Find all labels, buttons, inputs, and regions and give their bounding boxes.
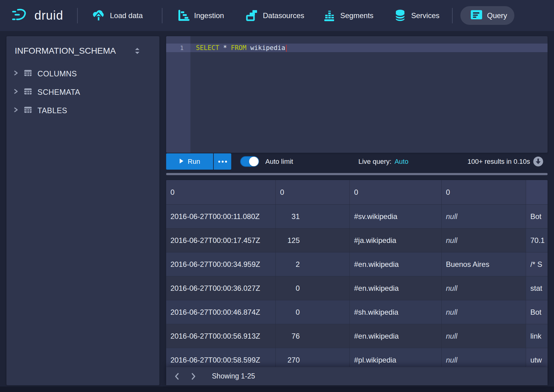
table-grid-icon bbox=[24, 69, 32, 79]
nav-item-label: Load data bbox=[110, 11, 143, 20]
console-icon bbox=[470, 8, 483, 23]
cell-time: 2016-06-27T00:00:46.874Z bbox=[166, 300, 276, 324]
schema-item-label: TABLES bbox=[37, 106, 67, 115]
table-row[interactable]: 2016-06-27T00:00:56.913Z 76 #en.wikipedi… bbox=[166, 324, 548, 348]
live-query-label: Live query: bbox=[358, 158, 392, 165]
nav-item-load-data[interactable]: Load data bbox=[92, 0, 143, 31]
cell-comment: Bot bbox=[526, 300, 548, 324]
column-header[interactable] bbox=[526, 180, 548, 205]
nav-item-ingestion[interactable]: Ingestion bbox=[177, 0, 224, 31]
double-caret-vertical-icon[interactable] bbox=[134, 47, 140, 56]
cell-added: 31 bbox=[276, 205, 350, 229]
schema-item-label: COLUMNS bbox=[37, 69, 77, 78]
cell-channel: #en.wikipedia bbox=[350, 276, 442, 300]
chevron-right-icon bbox=[14, 70, 18, 77]
table-body: 2016-06-27T00:00:11.080Z 31 #sv.wikipedi… bbox=[166, 205, 548, 372]
run-label: Run bbox=[188, 158, 200, 166]
database-icon bbox=[393, 9, 407, 23]
cell-comment: Bot bbox=[526, 205, 548, 229]
cell-comment: /* S bbox=[526, 252, 548, 276]
top-nav: druid Load data bbox=[0, 0, 554, 31]
druid-logo[interactable]: druid bbox=[12, 0, 63, 31]
column-header[interactable]: 0 bbox=[166, 180, 276, 205]
run-button[interactable]: Run bbox=[166, 153, 213, 170]
table-row[interactable]: 2016-06-27T00:00:36.027Z 0 #en.wikipedia… bbox=[166, 276, 548, 300]
sql-text: SELECT * FROM wikipedia bbox=[190, 44, 287, 52]
nav-item-label: Query bbox=[487, 11, 507, 20]
line-number: 1 bbox=[166, 44, 190, 52]
table-row[interactable]: 2016-06-27T00:00:46.874Z 0 #sh.wikipedia… bbox=[166, 300, 548, 324]
schema-item-label: SCHEMATA bbox=[37, 88, 80, 97]
nav-item-datasources[interactable]: Datasources bbox=[245, 0, 304, 31]
column-header[interactable]: 0 bbox=[276, 180, 350, 205]
cell-added: 0 bbox=[276, 276, 350, 300]
cell-comment: 70.1 bbox=[526, 229, 548, 252]
cell-cityname: null bbox=[442, 229, 526, 252]
cell-channel: #ja.wikipedia bbox=[350, 229, 442, 252]
results-table: 0000 2016-06-27T00:00:11.080Z 31 #sv.wik… bbox=[166, 180, 548, 385]
chevron-right-icon bbox=[14, 89, 18, 95]
window-bottom-edge bbox=[0, 386, 554, 392]
stacked-rectangles-icon bbox=[245, 9, 259, 22]
schema-tree-item[interactable]: TABLES bbox=[6, 101, 159, 120]
schema-header: INFORMATION_SCHEMA bbox=[6, 36, 159, 64]
table-row[interactable]: 2016-06-27T00:00:17.457Z 125 #ja.wikiped… bbox=[166, 229, 548, 252]
cell-time: 2016-06-27T00:00:56.913Z bbox=[166, 324, 276, 348]
table-grid-icon bbox=[24, 87, 32, 97]
pagination-footer: Showing 1-25 bbox=[166, 367, 548, 385]
table-header-row: 0000 bbox=[166, 180, 548, 205]
auto-limit-label: Auto limit bbox=[265, 153, 293, 170]
schema-sidebar: INFORMATION_SCHEMA bbox=[6, 36, 159, 385]
chevron-right-icon bbox=[14, 107, 18, 114]
bar-chart-icon bbox=[322, 9, 336, 22]
panel-splitter[interactable] bbox=[166, 173, 548, 175]
nav-item-segments[interactable]: Segments bbox=[322, 0, 373, 31]
schema-list: COLUMNS bbox=[6, 64, 159, 120]
cell-channel: #sh.wikipedia bbox=[350, 300, 442, 324]
nav-item-label: Segments bbox=[340, 11, 373, 20]
nav-divider bbox=[77, 8, 78, 23]
cell-added: 76 bbox=[276, 324, 350, 348]
cell-cityname: null bbox=[442, 205, 526, 229]
schema-tree-item[interactable]: SCHEMATA bbox=[6, 83, 159, 101]
cell-added: 0 bbox=[276, 300, 350, 324]
editor-gutter bbox=[166, 36, 190, 153]
text-cursor bbox=[286, 45, 287, 52]
table-grid-icon bbox=[24, 106, 32, 115]
run-more-button[interactable] bbox=[214, 153, 231, 170]
cell-time: 2016-06-27T00:00:34.959Z bbox=[166, 252, 276, 276]
table-row[interactable]: 2016-06-27T00:00:11.080Z 31 #sv.wikipedi… bbox=[166, 205, 548, 229]
column-header[interactable]: 0 bbox=[350, 180, 442, 205]
cell-comment: link bbox=[526, 324, 548, 348]
more-dots-icon bbox=[218, 159, 227, 164]
cell-channel: #en.wikipedia bbox=[350, 252, 442, 276]
toggle-knob bbox=[249, 157, 259, 166]
nav-item-query-active[interactable]: Query bbox=[460, 6, 514, 25]
sql-editor[interactable]: 1 SELECT * FROM wikipedia bbox=[166, 36, 548, 153]
nav-item-label: Ingestion bbox=[194, 11, 224, 20]
cell-time: 2016-06-27T00:00:36.027Z bbox=[166, 276, 276, 300]
gantt-chart-icon bbox=[177, 9, 190, 22]
auto-limit-toggle[interactable] bbox=[240, 156, 259, 167]
cell-comment: stat bbox=[526, 276, 548, 300]
next-page-button[interactable] bbox=[187, 370, 200, 382]
nav-divider bbox=[452, 8, 453, 23]
cell-added: 2 bbox=[276, 252, 350, 276]
live-query-value[interactable]: Auto bbox=[395, 158, 408, 165]
sql-keyword: SELECT bbox=[196, 44, 219, 52]
upload-cloud-icon bbox=[92, 9, 106, 23]
cell-channel: #sv.wikipedia bbox=[350, 205, 442, 229]
cell-cityname: null bbox=[442, 276, 526, 300]
nav-item-services[interactable]: Services bbox=[393, 0, 439, 31]
results-info: 100+ results in 0.10s bbox=[467, 153, 530, 170]
nav-item-label: Datasources bbox=[263, 11, 304, 20]
sql-identifier: wikipedia bbox=[250, 44, 285, 52]
schema-tree-item[interactable]: COLUMNS bbox=[6, 64, 159, 83]
download-button[interactable] bbox=[533, 156, 543, 167]
editor-active-line: 1 SELECT * FROM wikipedia bbox=[166, 44, 548, 52]
cell-cityname: null bbox=[442, 324, 526, 348]
prev-page-button[interactable] bbox=[171, 370, 183, 382]
druid-logo-icon bbox=[12, 8, 29, 23]
table-row[interactable]: 2016-06-27T00:00:34.959Z 2 #en.wikipedia… bbox=[166, 252, 548, 276]
column-header[interactable]: 0 bbox=[442, 180, 526, 205]
